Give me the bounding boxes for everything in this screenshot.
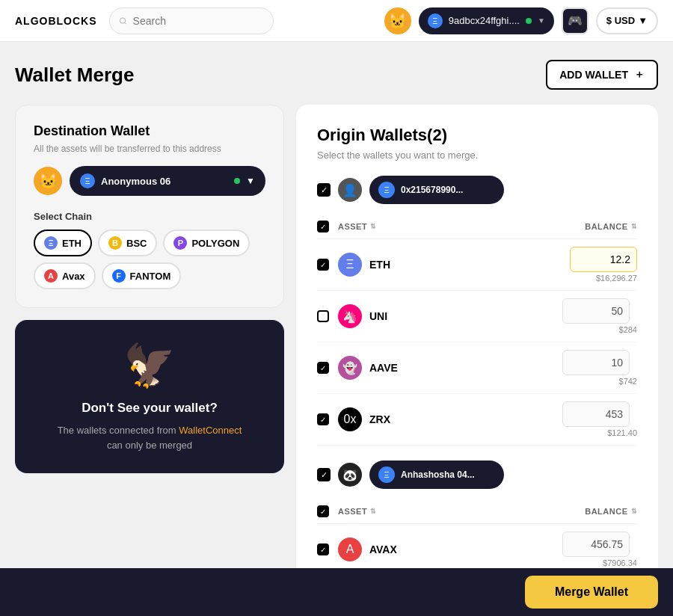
origin-title: Origin Wallets(2) xyxy=(317,126,637,145)
origin-wallets-panel: Origin Wallets(2) Select the wallets you… xyxy=(296,105,658,568)
no-wallet-description: The wallets connected from WalletConnect… xyxy=(58,423,242,452)
nft-icon-button[interactable]: 🎮 xyxy=(562,7,589,34)
eth-balance-wrap: $16,296.27 xyxy=(562,247,637,283)
wallet-2-address-button[interactable]: Ξ Anhashosha 04... xyxy=(369,461,504,489)
asset-row-eth: ✓ Ξ ETH $16,296.27 xyxy=(317,239,637,291)
asset-table-header-2: ✓ ASSET ⇅ BALANCE ⇅ xyxy=(317,499,637,524)
chain-eth-label: ETH xyxy=(62,238,82,249)
asset-table-header-1: ✓ ASSET ⇅ BALANCE ⇅ xyxy=(317,215,637,239)
uni-checkbox[interactable] xyxy=(317,310,329,322)
aave-asset-icon: 👻 xyxy=(338,356,362,380)
zrx-asset-icon: 0x xyxy=(338,407,362,431)
avax-checkbox[interactable]: ✓ xyxy=(317,543,329,555)
header: ALGOBLOCKS 🐱 Ξ 9adbcx24ffghi.... ▼ 🎮 $ U… xyxy=(0,0,673,42)
aave-asset-name: AAVE xyxy=(369,362,562,374)
nft-icon: 🎮 xyxy=(568,13,583,28)
chain-grid: Ξ ETH B BSC P POLYGON A Avax xyxy=(34,230,265,289)
asset-col-header-1: ASSET ⇅ xyxy=(338,222,547,231)
wallet-status-dot xyxy=(526,18,532,24)
zrx-balance-display: 453 xyxy=(562,401,630,427)
eth-asset-name: ETH xyxy=(369,259,562,271)
destination-subtitle: All the assets will be transferred to th… xyxy=(34,144,265,154)
check-mark-icon: ✓ xyxy=(321,185,328,195)
chain-button-eth[interactable]: Ξ ETH xyxy=(34,230,92,256)
asset-all-checkbox-2[interactable]: ✓ xyxy=(317,505,329,517)
asset-row-zrx: ✓ 0x ZRX 453 $121.40 xyxy=(317,394,637,446)
bsc-icon: B xyxy=(108,236,122,250)
wallet-2-avatar: 🐼 xyxy=(338,463,362,487)
currency-button[interactable]: $ USD ▼ xyxy=(596,7,658,34)
svg-point-0 xyxy=(120,17,125,22)
wallet-1-checkbox[interactable]: ✓ xyxy=(317,183,331,197)
wallet-2-checkbox[interactable]: ✓ xyxy=(317,468,331,481)
chain-polygon-label: POLYGON xyxy=(191,238,239,249)
wallet-selector-chain-icon: Ξ xyxy=(80,173,95,188)
avax-balance-display: 456.75 xyxy=(562,532,630,557)
wallet-2-chain-icon: Ξ xyxy=(378,466,395,483)
wallet-connect-link[interactable]: WalletConnect xyxy=(179,425,242,436)
asset-sort-icon-2: ⇅ xyxy=(370,508,377,515)
wallet-address-text: 9adbcx24ffghi.... xyxy=(449,15,520,26)
asset-col-header-2: ASSET ⇅ xyxy=(338,507,547,516)
eth-asset-icon: Ξ xyxy=(338,253,362,277)
eth-icon: Ξ xyxy=(44,236,58,250)
zrx-balance-wrap: 453 $121.40 xyxy=(562,401,637,437)
content-row: Destination Wallet All the assets will b… xyxy=(15,105,658,568)
wallet-button[interactable]: Ξ 9adbcx24ffghi.... ▼ xyxy=(419,7,554,34)
chain-button-fantom[interactable]: F FANTOM xyxy=(102,262,182,289)
asset-col-label-2: ASSET xyxy=(338,507,367,516)
wallet-section-1: ✓ 👤 Ξ 0x215678990... ✓ ASSET ⇅ xyxy=(317,176,637,446)
asset-row-aave: ✓ 👻 AAVE 10 $742 xyxy=(317,342,637,394)
chain-button-avax[interactable]: A Avax xyxy=(34,262,96,289)
aave-balance-wrap: 10 $742 xyxy=(562,350,637,386)
chain-button-polygon[interactable]: P POLYGON xyxy=(163,230,250,256)
eth-balance-usd: $16,296.27 xyxy=(562,274,637,283)
asset-all-checkbox-1[interactable]: ✓ xyxy=(317,221,329,232)
balance-col-label: BALANCE xyxy=(585,222,627,231)
aave-checkbox[interactable]: ✓ xyxy=(317,362,329,374)
user-avatar[interactable]: 🐱 xyxy=(384,7,411,34)
destination-avatar: 🐱 xyxy=(34,167,62,195)
wallet-chain-icon: Ξ xyxy=(428,13,443,28)
wallet-chevron-icon: ▼ xyxy=(538,16,545,25)
avax-asset-icon: A xyxy=(338,538,362,561)
aave-balance-usd: $742 xyxy=(562,377,637,386)
asset-row-avax: ✓ A AVAX 456.75 $7906.34 xyxy=(317,524,637,568)
chain-button-bsc[interactable]: B BSC xyxy=(98,230,157,256)
asset-sort-icon: ⇅ xyxy=(370,223,377,230)
search-bar[interactable] xyxy=(109,7,274,34)
balance-col-label-2: BALANCE xyxy=(585,507,627,516)
chain-bsc-label: BSC xyxy=(126,238,147,249)
merge-wallet-button[interactable]: Merge Wallet xyxy=(525,576,658,609)
asset-col-label: ASSET xyxy=(338,222,367,231)
currency-chevron-icon: ▼ xyxy=(638,15,648,26)
wallet-1-address-button[interactable]: Ξ 0x215678990... xyxy=(369,176,504,204)
no-wallet-title: Don't See your wallet? xyxy=(82,401,218,416)
currency-text: $ USD xyxy=(606,15,635,26)
add-wallet-plus-icon: ＋ xyxy=(634,68,645,81)
balance-sort-icon: ⇅ xyxy=(631,223,638,230)
check-mark-icon-2: ✓ xyxy=(321,470,328,480)
zrx-asset-name: ZRX xyxy=(369,413,562,425)
wallet-2-address-text: Anhashosha 04... xyxy=(401,469,475,480)
add-wallet-button[interactable]: ADD WALLET ＋ xyxy=(546,60,658,90)
zrx-checkbox[interactable]: ✓ xyxy=(317,413,329,425)
origin-subtitle: Select the wallets you want to merge. xyxy=(317,150,637,161)
eth-checkbox[interactable]: ✓ xyxy=(317,259,329,271)
wallet-section-2: ✓ 🐼 Ξ Anhashosha 04... ✓ ASSET ⇅ xyxy=(317,461,637,568)
no-wallet-desc-prefix: The wallets connected from xyxy=(58,425,179,436)
no-wallet-desc-suffix: can only be merged xyxy=(107,440,192,451)
left-column: Destination Wallet All the assets will b… xyxy=(15,105,284,568)
page-title: Wallet Merge xyxy=(15,64,134,87)
wallet-selector[interactable]: Ξ Anonymous 06 ▼ xyxy=(70,166,265,196)
aave-balance-display: 10 xyxy=(562,350,630,375)
avax-balance-usd: $7906.34 xyxy=(562,558,637,567)
destination-wallet-card: Destination Wallet All the assets will b… xyxy=(15,105,284,308)
eth-balance-input[interactable] xyxy=(570,247,637,272)
destination-title: Destination Wallet xyxy=(34,123,265,139)
footer: Merge Wallet xyxy=(0,568,673,616)
avax-balance-wrap: 456.75 $7906.34 xyxy=(562,532,637,567)
avax-asset-name: AVAX xyxy=(369,543,562,555)
destination-wallet-row: 🐱 Ξ Anonymous 06 ▼ xyxy=(34,166,265,196)
search-input[interactable] xyxy=(133,15,264,27)
